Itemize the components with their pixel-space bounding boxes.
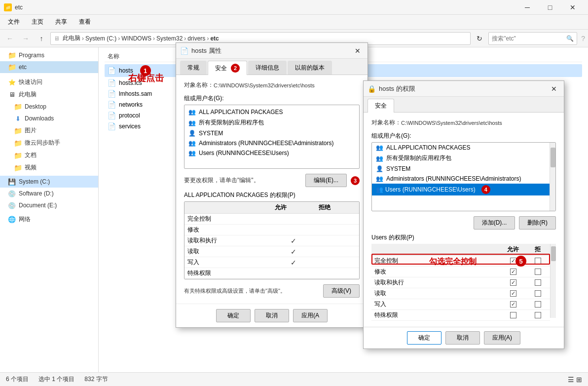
perm-user-all-app[interactable]: 👥 ALL APPLICATION PACKAGES bbox=[372, 143, 550, 153]
sidebar-item-drivee[interactable]: 💿 Document (E:) bbox=[0, 199, 98, 211]
perm2-read-allow-cb[interactable] bbox=[510, 290, 516, 297]
perm2-modify-deny-cb[interactable] bbox=[535, 269, 541, 275]
file-icon-hosts: 📄 bbox=[108, 67, 116, 75]
back-button[interactable]: ← bbox=[3, 32, 17, 45]
props-advanced-btn[interactable]: 高级(V) bbox=[323, 284, 360, 298]
sidebar-item-etc[interactable]: 📁 etc bbox=[0, 61, 98, 73]
search-input[interactable] bbox=[492, 35, 566, 42]
perm2-modify-allow[interactable] bbox=[501, 267, 525, 277]
perm2-write-deny-cb[interactable] bbox=[535, 301, 541, 308]
perm-modify-deny bbox=[316, 225, 360, 235]
perm2-write-allow[interactable] bbox=[501, 299, 525, 310]
sidebar-item-programs[interactable]: 📁 Programs bbox=[0, 49, 98, 61]
props-user-admins[interactable]: 👥 Administrators (RUNNINGCHEESE\Administ… bbox=[184, 138, 359, 148]
sidebar-item-systemc[interactable]: 💾 System (C:) bbox=[0, 176, 98, 188]
sidebar-item-pc[interactable]: 🖥 此电脑 bbox=[0, 88, 98, 101]
menu-home[interactable]: 主页 bbox=[26, 16, 49, 28]
perm-user-restricted[interactable]: 👥 所有受限制的应用程序包 bbox=[372, 153, 550, 164]
step-4-circle: 4 bbox=[481, 185, 490, 194]
perm-ok-btn[interactable]: 确定 bbox=[407, 331, 441, 345]
sidebar-item-pictures[interactable]: 📁 图片 bbox=[0, 124, 98, 137]
sidebar-item-sync[interactable]: 📁 微云同步助手 bbox=[0, 137, 98, 149]
perm2-modify-allow-cb[interactable] bbox=[510, 269, 516, 275]
tab-general[interactable]: 常规 bbox=[180, 61, 207, 75]
window-icon: 📁 bbox=[4, 3, 12, 11]
status-selected: 选中 1 个项目 bbox=[38, 375, 74, 384]
perm2-write-allow-cb[interactable] bbox=[510, 301, 516, 308]
sidebar-item-downloads[interactable]: ⬇ Downloads bbox=[0, 113, 98, 124]
group-icon: 👥 bbox=[188, 109, 196, 116]
props-edit-btn[interactable]: 编辑(E)... bbox=[305, 174, 347, 187]
perm-table-scrollbar[interactable] bbox=[550, 244, 556, 318]
step-1-circle: 1 bbox=[140, 65, 151, 76]
props-ok-btn[interactable]: 确定 bbox=[216, 309, 251, 322]
perm2-read-deny-cb[interactable] bbox=[535, 290, 541, 297]
perm-dialog-icon: 🔒 bbox=[368, 85, 376, 93]
props-user-all-app[interactable]: 👥 ALL APPLICATION PACKAGES bbox=[184, 107, 359, 117]
maximize-button[interactable]: □ bbox=[539, 0, 561, 15]
perm-user-system[interactable]: 👤 SYSTEM bbox=[372, 164, 550, 174]
sidebar-item-desktop[interactable]: 📁 Desktop bbox=[0, 101, 98, 113]
minimize-button[interactable]: ─ bbox=[516, 0, 539, 15]
props-user-system[interactable]: 👤 SYSTEM bbox=[184, 128, 359, 138]
perm-tabs: 安全 bbox=[364, 97, 564, 113]
user-list-scrollbar[interactable] bbox=[550, 143, 555, 211]
perm2-execute-deny[interactable] bbox=[525, 277, 550, 288]
perm-remove-btn[interactable]: 删除(R) bbox=[519, 216, 556, 230]
perm2-read-deny[interactable] bbox=[525, 288, 550, 299]
status-bar: 6 个项目 选中 1 个项目 832 字节 ☰ ⊞ bbox=[0, 372, 588, 386]
perm-user-users[interactable]: 👥 Users (RUNNINGCHEESE\Users) 4 bbox=[372, 184, 550, 195]
menu-file[interactable]: 文件 bbox=[2, 16, 26, 28]
search-box[interactable]: 🔍 bbox=[488, 32, 577, 45]
sidebar-item-drived[interactable]: 💿 Software (D:) bbox=[0, 188, 98, 199]
perm2-modify-label: 修改 bbox=[371, 267, 501, 277]
perm-apply-btn[interactable]: 应用(A) bbox=[484, 331, 520, 345]
view-details-btn[interactable]: ☰ bbox=[568, 376, 574, 384]
sidebar-item-video[interactable]: 📁 视频 bbox=[0, 161, 98, 174]
forward-button[interactable]: → bbox=[19, 32, 33, 45]
perm-row-special: 特殊权限 bbox=[184, 268, 359, 279]
perm2-modify-deny[interactable] bbox=[525, 267, 550, 277]
props-close-btn[interactable]: ✕ bbox=[352, 45, 364, 57]
hosts-perm-dialog[interactable]: 🔒 hosts 的权限 ✕ 安全 对象名称： C:\WINDOWS\System… bbox=[363, 80, 564, 349]
perm2-execute-deny-cb[interactable] bbox=[535, 279, 541, 286]
perm-tab-security[interactable]: 安全 bbox=[368, 99, 394, 113]
menu-view[interactable]: 查看 bbox=[73, 16, 97, 28]
props-apply-btn[interactable]: 应用(A bbox=[293, 309, 328, 322]
tab-previous[interactable]: 以前的版本 bbox=[288, 61, 332, 75]
refresh-button[interactable]: ↻ bbox=[473, 32, 486, 45]
perm-cancel-btn[interactable]: 取消 bbox=[445, 331, 480, 345]
tab-security[interactable]: 安全 2 bbox=[208, 61, 247, 75]
hosts-properties-dialog[interactable]: 📄 hosts 属性 ✕ 常规 安全 2 详细信息 以前的版本 对象名称： C bbox=[176, 42, 368, 328]
help-icon: ? bbox=[581, 35, 585, 42]
menu-share[interactable]: 共享 bbox=[49, 16, 73, 28]
file-name-lmhosts: lmhosts.sam bbox=[119, 90, 152, 97]
perm2-execute-allow-cb[interactable] bbox=[510, 279, 516, 286]
tab-details[interactable]: 详细信息 bbox=[248, 61, 287, 75]
perm-add-btn[interactable]: 添加(D)... bbox=[474, 216, 515, 230]
perm2-write-deny[interactable] bbox=[525, 299, 550, 310]
view-tiles-btn[interactable]: ⊞ bbox=[576, 376, 582, 384]
sidebar-item-docs[interactable]: 📁 文档 bbox=[0, 149, 98, 161]
perm-user-admins[interactable]: 👥 Administrators (RUNNINGCHEESE\Administ… bbox=[372, 174, 550, 184]
perm2-special-deny-cb[interactable] bbox=[535, 312, 541, 318]
perm2-special-allow-cb[interactable] bbox=[510, 312, 516, 318]
perm-row-read: 读取 ✓ bbox=[184, 246, 359, 257]
perm2-row-write: 写入 bbox=[371, 299, 550, 310]
perm-close-btn[interactable]: ✕ bbox=[548, 83, 560, 95]
perm-table-scrollbar-thumb bbox=[551, 246, 556, 261]
sidebar-item-network[interactable]: 🌐 网络 bbox=[0, 213, 98, 226]
perm2-special-allow[interactable] bbox=[501, 310, 525, 321]
up-button[interactable]: ↑ bbox=[35, 32, 48, 45]
props-user-users[interactable]: 👥 Users (RUNNINGCHEESE\Users) bbox=[184, 148, 359, 158]
perm-special-allow bbox=[272, 268, 316, 279]
props-cancel-btn[interactable]: 取消 bbox=[255, 309, 289, 322]
close-button[interactable]: ✕ bbox=[561, 0, 584, 15]
props-user-restricted[interactable]: 👥 所有受限制的应用程序包 bbox=[184, 117, 359, 128]
perm-group-icon-4: 👥 bbox=[376, 186, 383, 193]
perm2-full-deny[interactable] bbox=[525, 256, 550, 267]
perm2-full-deny-cb[interactable] bbox=[535, 258, 541, 264]
perm2-execute-allow[interactable] bbox=[501, 277, 525, 288]
perm2-special-deny[interactable] bbox=[525, 310, 550, 321]
perm2-read-allow[interactable] bbox=[501, 288, 525, 299]
